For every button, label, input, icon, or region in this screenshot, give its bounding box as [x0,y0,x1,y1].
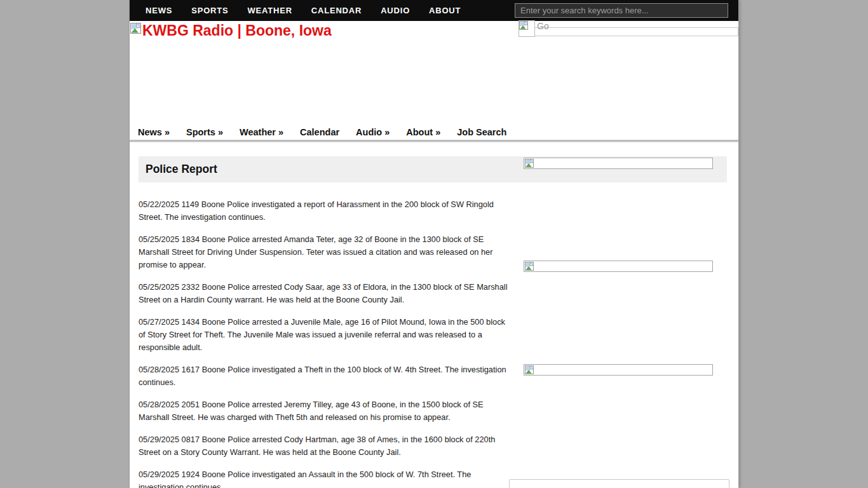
broken-image-icon [525,159,534,168]
top-nav-link-news[interactable]: NEWS [146,6,172,15]
police-report-entry: 05/25/2025 2332 Boone Police arrested Co… [139,281,520,306]
article-body: 05/22/2025 1149 Boone Police investigate… [139,198,520,488]
top-nav-link-audio[interactable]: AUDIO [381,6,410,15]
broken-image-icon [130,23,141,34]
ad-broken-image[interactable] [524,364,713,376]
search-input[interactable] [515,3,728,18]
police-report-entry: 05/22/2025 1149 Boone Police investigate… [139,198,520,224]
police-report-entry: 05/29/2025 0817 Boone Police arrested Co… [139,433,520,459]
subnav-link-audio[interactable]: Audio » [356,127,390,137]
police-report-entry: 05/28/2025 2051 Boone Police arrested Je… [139,398,520,424]
subnav-divider [130,140,738,142]
top-nav-link-about[interactable]: ABOUT [429,6,461,15]
search-go-button[interactable]: Go [519,20,535,37]
police-report-entry: 05/28/2025 1617 Boone Police investigate… [139,363,520,389]
search-form-strip [520,27,738,36]
page-container: NEWS SPORTS WEATHER CALENDAR AUDIO ABOUT… [129,0,739,488]
top-nav-link-sports[interactable]: SPORTS [191,6,228,15]
subnav-link-weather[interactable]: Weather » [240,127,283,137]
subnav-link-sports[interactable]: Sports » [186,127,223,137]
broken-image-icon [525,262,534,271]
broken-image-icon [525,365,534,374]
police-report-entry: 05/25/2025 1834 Boone Police arrested Am… [139,233,520,271]
subnav-link-job-search[interactable]: Job Search [457,127,506,137]
subnav-link-news[interactable]: News » [138,127,170,137]
broken-image-icon [519,21,528,30]
go-button-alt-text: Go [537,21,549,31]
ad-broken-image[interactable] [524,158,713,169]
police-report-entry: 05/27/2025 1434 Boone Police arrested a … [139,316,520,354]
police-report-entry: 05/29/2025 1924 Boone Police investigate… [139,468,520,488]
site-logo-broken-image[interactable]: KWBG Radio | Boone, Iowa [130,23,332,38]
sub-nav: News » Sports » Weather » Calendar Audio… [130,125,738,139]
subnav-link-about[interactable]: About » [406,127,440,137]
subnav-link-calendar[interactable]: Calendar [300,127,339,137]
top-nav-link-calendar[interactable]: CALENDAR [311,6,362,15]
below-fold-module-edge [509,479,729,488]
top-nav-link-weather[interactable]: WEATHER [247,6,292,15]
ad-broken-image[interactable] [524,261,713,272]
site-logo-alt-text: KWBG Radio | Boone, Iowa [142,23,332,38]
